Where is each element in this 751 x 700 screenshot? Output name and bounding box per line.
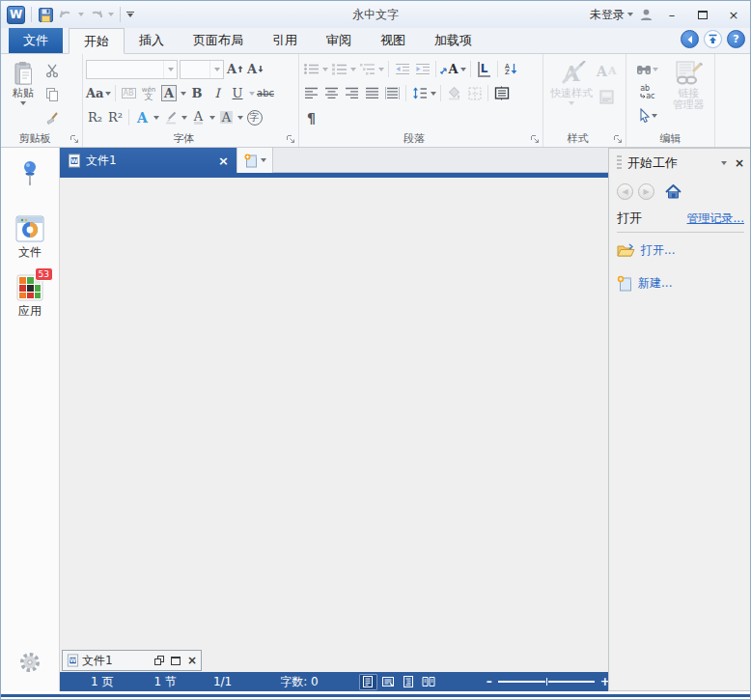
new-file-link[interactable]: 新建... [617,275,744,292]
character-shading-button[interactable]: A [217,107,236,127]
minimize-button[interactable]: – [659,5,684,24]
clear-format-button[interactable]: AB [120,83,138,103]
view-print-layout-button[interactable] [359,674,377,690]
manage-records-link[interactable]: 管理记录... [687,210,744,227]
view-read-mode-button[interactable] [420,674,438,690]
pushpin-icon[interactable] [19,159,41,188]
tab-view[interactable]: 视图 [366,28,420,53]
tab-page-layout[interactable]: 页面布局 [179,28,258,53]
tab-addins[interactable]: 加载项 [420,28,487,53]
char-border-caret[interactable] [181,92,186,96]
tab-insert[interactable]: 插入 [125,28,179,53]
select-button[interactable] [638,105,657,126]
strikethrough-button[interactable]: abc [257,83,275,103]
pane-menu-caret[interactable] [721,161,727,165]
help-button[interactable]: ? [727,30,745,48]
status-page-position[interactable]: 1/1 [213,675,232,688]
font-dialog-launcher[interactable] [286,134,295,144]
paragraph-layout-button[interactable] [492,83,511,103]
replace-button[interactable]: ab ac [638,82,656,102]
quick-style-button[interactable]: A 快速样式 [546,57,597,107]
highlighter-button[interactable] [161,107,180,127]
justify-button[interactable] [363,83,381,103]
italic-button[interactable]: I [209,83,227,103]
text-effects-caret[interactable] [153,116,159,120]
zoom-out-button[interactable]: – [487,675,492,688]
status-word-count[interactable]: 字数: 0 [280,674,319,690]
font-name-combo[interactable] [86,60,178,79]
settings-gear-icon[interactable] [18,651,42,674]
font-color-button[interactable]: A [189,107,208,127]
copy-button[interactable] [42,84,61,104]
line-spacing-button[interactable] [410,83,429,103]
highlighter-caret[interactable] [181,116,187,120]
redo-dropdown-caret[interactable] [108,13,114,16]
app-icon[interactable]: W [7,6,25,24]
tab-references[interactable]: 引用 [258,28,312,53]
undo-dropdown-caret[interactable] [78,13,84,16]
align-right-button[interactable] [343,83,361,103]
maximize-window-icon[interactable] [171,657,181,665]
tab-review[interactable]: 审阅 [312,28,366,53]
status-section-count[interactable]: 1 节 [153,674,176,690]
decrease-indent-button[interactable] [393,59,411,79]
find-button[interactable] [636,59,658,79]
sort-button[interactable]: AZ [502,59,520,79]
character-scale-caret[interactable] [460,68,466,71]
zoom-slider[interactable] [498,681,595,683]
shading-button[interactable] [445,83,463,103]
number-list-button[interactable] [330,59,348,79]
pane-close-icon[interactable]: × [735,156,744,170]
enclose-characters-button[interactable]: 字 [245,107,264,127]
tab-file[interactable]: 文件 [9,28,63,53]
maximize-button[interactable] [690,5,715,24]
tab-stop-button[interactable]: L [475,59,493,79]
character-border-button[interactable]: A [160,83,179,103]
grow-font-button[interactable]: A [226,59,244,79]
pane-home-icon[interactable] [665,184,681,199]
document-tab-active[interactable]: W 文件1 × [60,148,236,173]
pane-grip-handle[interactable] [617,155,622,171]
back-circle-button[interactable] [681,30,699,48]
font-color-caret[interactable] [209,116,215,120]
sidebar-item-files[interactable]: 文件 [15,215,44,261]
pane-forward-button[interactable]: ▶ [638,183,654,200]
undo-icon[interactable] [58,8,74,21]
number-list-caret[interactable] [350,68,356,71]
bullet-list-caret[interactable] [322,68,328,71]
format-painter-button[interactable] [42,108,61,128]
zoom-slider-thumb[interactable] [545,677,548,686]
paragraph-dialog-launcher[interactable] [530,134,540,144]
distribute-button[interactable] [383,83,402,103]
customize-toolbar-icon[interactable] [126,12,134,18]
shrink-font-button[interactable]: A [246,59,264,79]
tab-home[interactable]: 开始 [69,28,125,54]
close-window-icon[interactable]: × [187,654,197,667]
increase-indent-button[interactable] [413,59,431,79]
align-left-button[interactable] [302,83,320,103]
character-style-button[interactable]: AA [597,61,616,81]
status-page-count[interactable]: 1 页 [91,674,113,690]
bold-button[interactable]: B [188,83,207,103]
collapse-ribbon-button[interactable] [704,30,722,48]
login-status[interactable]: 未登录 [590,7,633,23]
link-manager-button[interactable]: 链接管理器 [666,57,711,126]
character-shading-caret[interactable] [237,116,243,120]
save-icon[interactable] [38,7,54,23]
restore-window-icon[interactable] [154,656,164,665]
underline-caret[interactable] [249,92,255,96]
view-web-layout-button[interactable] [379,674,398,690]
document-tab-close-icon[interactable]: × [218,154,229,168]
style-set-button[interactable] [597,87,616,107]
subscript-button[interactable]: R₂ [86,107,104,127]
multilevel-list-button[interactable] [358,59,376,79]
minimized-document-window[interactable]: W 文件1 × [62,650,202,671]
cut-button[interactable] [42,60,61,80]
font-size-combo[interactable] [180,60,224,79]
sidebar-item-apps[interactable]: 53 应用 [16,274,43,320]
clipboard-dialog-launcher[interactable] [70,134,79,144]
paste-button[interactable]: 粘贴 [4,57,42,128]
pane-back-button[interactable]: ◀ [617,183,633,200]
character-scale-button[interactable]: A [440,59,459,79]
underline-button[interactable]: U [229,83,247,103]
